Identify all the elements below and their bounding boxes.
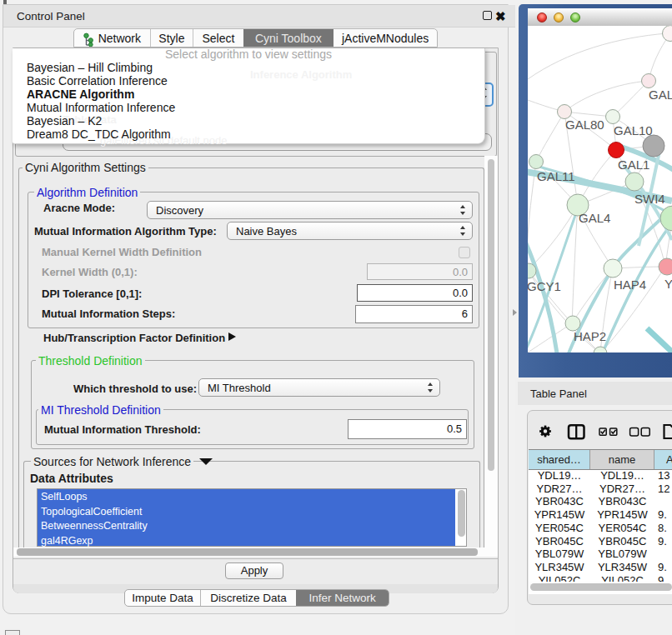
svg-text:HAP4: HAP4 — [614, 278, 646, 292]
svg-text:GAL80: GAL80 — [565, 118, 604, 132]
svg-text:GAL1: GAL1 — [618, 158, 649, 172]
svg-text:GCY1: GCY1 — [528, 279, 561, 293]
svg-text:SWI4: SWI4 — [634, 192, 665, 206]
svg-text:HAP2: HAP2 — [574, 329, 606, 343]
svg-text:GAL11: GAL11 — [537, 169, 575, 183]
svg-text:GAL4: GAL4 — [579, 211, 610, 225]
svg-text:GAL10: GAL10 — [614, 123, 653, 138]
svg-text:Y: Y — [664, 277, 672, 291]
svg-text:GAL7: GAL7 — [649, 88, 672, 102]
